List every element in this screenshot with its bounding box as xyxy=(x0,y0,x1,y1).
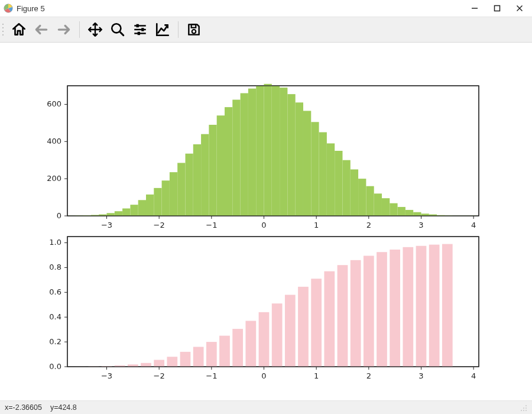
svg-rect-112 xyxy=(311,279,322,367)
svg-rect-106 xyxy=(232,329,243,367)
titlebar: Figure 5 xyxy=(0,0,532,17)
svg-rect-50 xyxy=(335,151,342,216)
status-y: y=424.8 xyxy=(50,403,77,412)
svg-rect-105 xyxy=(219,336,230,367)
svg-rect-27 xyxy=(154,188,161,216)
matplotlib-icon xyxy=(4,4,13,13)
move-icon xyxy=(87,22,103,37)
svg-rect-116 xyxy=(364,255,374,367)
chart-line-icon xyxy=(155,22,170,37)
svg-text:0.8: 0.8 xyxy=(49,263,61,271)
save-icon xyxy=(186,22,202,37)
svg-rect-33 xyxy=(201,134,209,216)
svg-point-155 xyxy=(521,410,522,411)
svg-rect-119 xyxy=(403,247,413,367)
svg-rect-120 xyxy=(416,246,427,367)
svg-rect-53 xyxy=(358,179,366,216)
minimize-button[interactable] xyxy=(463,0,486,17)
svg-text:0: 0 xyxy=(57,211,61,220)
svg-rect-26 xyxy=(146,195,154,216)
svg-rect-118 xyxy=(390,250,400,367)
svg-rect-52 xyxy=(351,169,358,216)
svg-text:600: 600 xyxy=(47,99,61,108)
svg-rect-12 xyxy=(138,32,140,35)
svg-rect-13 xyxy=(192,24,196,27)
window-title: Figure 5 xyxy=(17,4,45,13)
svg-text:0.2: 0.2 xyxy=(49,337,61,346)
svg-rect-102 xyxy=(180,352,191,367)
svg-text:2: 2 xyxy=(366,371,371,380)
pan-button[interactable] xyxy=(85,19,106,40)
svg-rect-48 xyxy=(319,132,327,216)
svg-rect-117 xyxy=(377,252,387,367)
svg-text:4: 4 xyxy=(471,221,476,229)
save-button[interactable] xyxy=(183,19,205,40)
sliders-icon xyxy=(132,22,148,37)
svg-rect-25 xyxy=(138,200,146,216)
svg-rect-55 xyxy=(374,193,382,216)
zoom-icon xyxy=(110,22,125,37)
svg-rect-122 xyxy=(442,244,453,367)
svg-rect-99 xyxy=(141,363,151,367)
configure-subplots-button[interactable] xyxy=(129,19,151,40)
svg-rect-36 xyxy=(225,107,232,216)
home-button[interactable] xyxy=(8,19,30,40)
svg-rect-23 xyxy=(122,208,130,216)
svg-point-154 xyxy=(525,407,527,409)
svg-text:−2: −2 xyxy=(154,371,165,380)
svg-rect-35 xyxy=(217,115,225,216)
svg-text:1.0: 1.0 xyxy=(49,238,61,247)
svg-text:3: 3 xyxy=(419,221,423,229)
svg-rect-57 xyxy=(390,203,397,216)
back-button[interactable] xyxy=(31,19,52,40)
svg-rect-38 xyxy=(241,93,248,216)
svg-rect-45 xyxy=(296,102,303,216)
svg-rect-11 xyxy=(141,28,144,31)
svg-text:−3: −3 xyxy=(101,221,112,229)
svg-rect-111 xyxy=(298,287,309,367)
svg-rect-37 xyxy=(232,100,240,216)
svg-rect-34 xyxy=(209,125,216,216)
svg-rect-46 xyxy=(303,111,311,216)
zoom-button[interactable] xyxy=(107,19,128,40)
svg-text:−1: −1 xyxy=(206,221,217,229)
svg-rect-58 xyxy=(398,207,406,216)
svg-rect-28 xyxy=(162,180,170,216)
svg-rect-24 xyxy=(130,205,138,216)
svg-rect-54 xyxy=(366,186,374,216)
statusbar: x=-2.36605 y=424.8 xyxy=(0,400,532,414)
svg-rect-43 xyxy=(280,88,287,216)
svg-text:−3: −3 xyxy=(101,371,112,380)
svg-rect-103 xyxy=(193,347,204,367)
svg-rect-44 xyxy=(287,94,295,216)
svg-text:400: 400 xyxy=(47,137,61,145)
svg-rect-2 xyxy=(495,6,500,11)
svg-text:200: 200 xyxy=(47,174,61,183)
svg-text:−1: −1 xyxy=(206,371,217,380)
svg-rect-109 xyxy=(272,303,283,367)
svg-rect-115 xyxy=(351,260,361,367)
figure-canvas[interactable]: −3−2−1012340200400600−3−2−1012340.00.20.… xyxy=(0,43,532,400)
svg-rect-60 xyxy=(413,212,421,216)
maximize-button[interactable] xyxy=(486,0,508,17)
svg-rect-121 xyxy=(429,245,440,367)
home-icon xyxy=(11,22,27,37)
edit-axes-button[interactable] xyxy=(152,19,173,40)
svg-rect-113 xyxy=(324,271,335,367)
svg-point-14 xyxy=(192,30,196,34)
svg-rect-42 xyxy=(272,86,280,216)
svg-rect-114 xyxy=(338,265,348,367)
svg-text:1: 1 xyxy=(314,371,319,380)
svg-rect-100 xyxy=(154,360,164,367)
forward-button[interactable] xyxy=(53,19,74,40)
close-button[interactable] xyxy=(508,0,531,17)
svg-rect-59 xyxy=(406,210,413,216)
svg-text:0.6: 0.6 xyxy=(49,287,61,296)
svg-rect-29 xyxy=(170,172,177,216)
svg-text:−2: −2 xyxy=(154,221,165,229)
svg-text:0.0: 0.0 xyxy=(49,362,61,371)
svg-text:4: 4 xyxy=(471,371,476,380)
svg-text:3: 3 xyxy=(419,371,423,380)
svg-rect-39 xyxy=(248,89,256,216)
svg-point-153 xyxy=(523,407,524,409)
